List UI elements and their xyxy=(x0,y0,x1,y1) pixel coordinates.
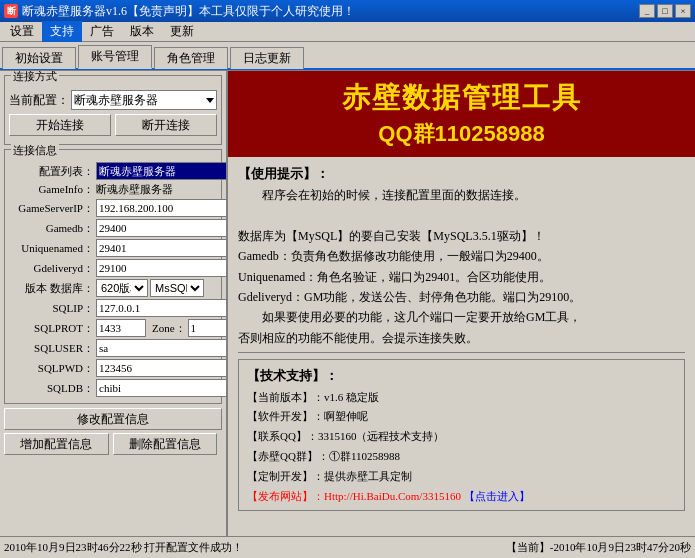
menu-bar: 设置 支持 广告 版本 更新 xyxy=(0,22,695,42)
close-button[interactable]: × xyxy=(675,4,691,18)
hint-line-ports: 如果要使用必要的功能，这几个端口一定要开放给GM工具， xyxy=(238,307,685,327)
config-list-label: 配置列表： xyxy=(9,164,94,179)
sqldb-row: SQLDB： xyxy=(9,379,217,397)
connect-group-title: 连接方式 xyxy=(11,71,59,84)
sqlip-label: SQLIP： xyxy=(9,301,94,316)
start-connect-button[interactable]: 开始连接 xyxy=(9,114,111,136)
status-bar: 2010年10月9日23时46分22秒 打开配置文件成功！ 【当前】-2010年… xyxy=(0,536,695,558)
menu-update[interactable]: 更新 xyxy=(162,21,202,42)
gdeliveryd-row: Gdeliveryd： xyxy=(9,259,217,277)
tech-title: 【技术支持】： xyxy=(247,364,676,387)
right-title: 赤壁数据管理工具 xyxy=(238,79,685,117)
version-db-row: 620版本 MsSQL库 xyxy=(96,279,217,297)
app-icon: 断 xyxy=(4,4,18,18)
gameserverip-label: GameServerIP： xyxy=(9,201,94,216)
info-group: 连接信息 配置列表： GameInfo： 断魂赤壁服务器 GameServerI… xyxy=(4,149,222,404)
version-select[interactable]: 620版本 xyxy=(96,279,148,297)
hint-line-uniquenamed: Uniquenamed：角色名验证，端口为29401。合区功能使用。 xyxy=(238,270,551,284)
menu-ad[interactable]: 广告 xyxy=(82,21,122,42)
info-group-title: 连接信息 xyxy=(11,143,59,158)
sqlpwd-input[interactable] xyxy=(96,359,228,377)
tech-box: 【技术支持】： 【当前版本】：v1.6 稳定版 【软件开发】：啊塑伸呢 【联系Q… xyxy=(238,359,685,511)
right-panel: 赤壁数据管理工具 QQ群110258988 【使用提示】： 程序会在初始的时候，… xyxy=(228,71,695,540)
uniquenamed-label: Uniquenamed： xyxy=(9,241,94,256)
disconnect-button[interactable]: 断开连接 xyxy=(115,114,217,136)
sqldb-input[interactable] xyxy=(96,379,228,397)
hint-line-mysql: 数据库为【MySQL】的要自己安装【MySQL3.5.1驱动】！ xyxy=(238,229,545,243)
gamedb-label: Gamedb： xyxy=(9,221,94,236)
status-left-text: 2010年10月9日23时46分22秒 打开配置文件成功！ xyxy=(4,540,506,555)
sqlport-input[interactable] xyxy=(96,319,146,337)
hint-line-gamedb: Gamedb：负责角色数据修改功能使用，一般端口为29400。 xyxy=(238,249,549,263)
hint-line-0: 程序会在初始的时候，连接配置里面的数据连接。 xyxy=(238,185,685,205)
right-body: 【使用提示】： 程序会在初始的时候，连接配置里面的数据连接。 数据库为【MySQ… xyxy=(228,157,695,517)
current-config-row: 当前配置： 断魂赤壁服务器 xyxy=(9,90,217,110)
main-content: 连接方式 当前配置： 断魂赤壁服务器 开始连接 断开连接 连接信息 xyxy=(0,70,695,540)
config-list-row: 配置列表： xyxy=(9,162,217,180)
tab-log[interactable]: 日志更新 xyxy=(230,47,304,69)
tech-line-4: 【定制开发】：提供赤壁工具定制 xyxy=(247,467,676,487)
sqlpwd-label: SQLPWD： xyxy=(9,361,94,376)
status-right-text: 【当前】-2010年10月9日23时47分20秒 xyxy=(506,540,691,555)
version-row: 版本 数据库： 620版本 MsSQL库 xyxy=(9,279,217,297)
main-window: 断 断魂赤壁服务器v1.6【免责声明】本工具仅限于个人研究使用！ _ □ × 设… xyxy=(0,0,695,558)
gamedb-input[interactable] xyxy=(96,219,228,237)
sqluser-input[interactable] xyxy=(96,339,228,357)
gameserverip-row: GameServerIP： xyxy=(9,199,217,217)
sqldb-label: SQLDB： xyxy=(9,381,94,396)
tabs-bar: 初始设置 账号管理 角色管理 日志更新 xyxy=(0,42,695,70)
tab-init[interactable]: 初始设置 xyxy=(2,47,76,69)
left-panel: 连接方式 当前配置： 断魂赤壁服务器 开始连接 断开连接 连接信息 xyxy=(0,71,228,540)
current-config-select[interactable]: 断魂赤壁服务器 xyxy=(71,90,217,110)
bottom-buttons: 增加配置信息 删除配置信息 xyxy=(4,433,222,455)
menu-settings[interactable]: 设置 xyxy=(2,21,42,42)
window-title: 断魂赤壁服务器v1.6【免责声明】本工具仅限于个人研究使用！ xyxy=(22,3,355,20)
add-config-button[interactable]: 增加配置信息 xyxy=(4,433,109,455)
connect-buttons: 开始连接 断开连接 xyxy=(9,114,217,136)
gameinfo-row: GameInfo： 断魂赤壁服务器 xyxy=(9,182,217,197)
maximize-button[interactable]: □ xyxy=(657,4,673,18)
tech-line-0: 【当前版本】：v1.6 稳定版 xyxy=(247,388,676,408)
title-bar: 断 断魂赤壁服务器v1.6【免责声明】本工具仅限于个人研究使用！ _ □ × xyxy=(0,0,695,22)
hint-title: 【使用提示】： xyxy=(238,163,685,185)
website-row: 【发布网站】：Http://Hi.BaiDu.Com/3315160 【点击进入… xyxy=(247,487,676,507)
hint-line-fail: 否则相应的功能不能使用。会提示连接失败。 xyxy=(238,331,478,345)
sqlip-row: SQLIP： xyxy=(9,299,217,317)
sqlport-row: SQLPROT： Zone： xyxy=(9,319,217,337)
connect-group: 连接方式 当前配置： 断魂赤壁服务器 开始连接 断开连接 xyxy=(4,75,222,145)
title-buttons: _ □ × xyxy=(639,4,691,18)
menu-support[interactable]: 支持 xyxy=(42,21,82,42)
minimize-button[interactable]: _ xyxy=(639,4,655,18)
tech-line-3: 【赤壁QQ群】：①群110258988 xyxy=(247,447,676,467)
sqlport-label: SQLPROT： xyxy=(9,321,94,336)
delete-config-button[interactable]: 删除配置信息 xyxy=(113,433,218,455)
sqluser-row: SQLUSER： xyxy=(9,339,217,357)
config-list-input[interactable] xyxy=(96,162,228,180)
gdeliveryd-input[interactable] xyxy=(96,259,228,277)
gameserverip-input[interactable] xyxy=(96,199,228,217)
modify-config-button[interactable]: 修改配置信息 xyxy=(4,408,222,430)
tech-line-2: 【联系QQ】：3315160（远程技术支持） xyxy=(247,427,676,447)
right-header: 赤壁数据管理工具 QQ群110258988 xyxy=(228,71,695,157)
gameinfo-value: 断魂赤壁服务器 xyxy=(96,182,217,197)
sqlip-input[interactable] xyxy=(96,299,228,317)
website-link[interactable]: 【点击进入】 xyxy=(464,490,530,502)
gameinfo-label: GameInfo： xyxy=(9,182,94,197)
title-bar-left: 断 断魂赤壁服务器v1.6【免责声明】本工具仅限于个人研究使用！ xyxy=(4,3,355,20)
zone-label: Zone： xyxy=(152,321,186,336)
gamedb-row: Gamedb： xyxy=(9,219,217,237)
tab-role[interactable]: 角色管理 xyxy=(154,47,228,69)
website-label: 【发布网站】：Http://Hi.BaiDu.Com/3315160 xyxy=(247,490,461,502)
gdeliveryd-label: Gdeliveryd： xyxy=(9,261,94,276)
version-label: 版本 数据库： xyxy=(9,281,94,296)
tab-account[interactable]: 账号管理 xyxy=(78,45,152,69)
uniquenamed-input[interactable] xyxy=(96,239,228,257)
uniquenamed-row: Uniquenamed： xyxy=(9,239,217,257)
right-qq: QQ群110258988 xyxy=(238,119,685,149)
db-type-select[interactable]: MsSQL库 xyxy=(150,279,204,297)
zone-input[interactable] xyxy=(188,319,228,337)
menu-version[interactable]: 版本 xyxy=(122,21,162,42)
hint-line-gdeliveryd: Gdeliveryd：GM功能，发送公告、封停角色功能。端口为29100。 xyxy=(238,290,581,304)
divider xyxy=(238,352,685,353)
sqlpwd-row: SQLPWD： xyxy=(9,359,217,377)
